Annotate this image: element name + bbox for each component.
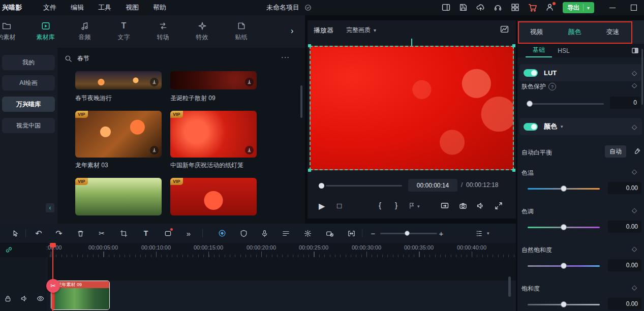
select-cursor-icon[interactable] (9, 227, 21, 239)
export-button[interactable]: 导出 ▾ (563, 2, 594, 13)
quality-dropdown[interactable]: 完整画质 ▾ (346, 25, 376, 35)
playhead-line[interactable] (52, 243, 53, 311)
snapshot-clock-icon[interactable] (323, 227, 335, 239)
slider-knob[interactable] (561, 301, 567, 307)
tint-value[interactable]: 0.00 (608, 221, 641, 233)
tab-stock-library[interactable]: 素材库 (26, 15, 65, 48)
more-options-icon[interactable]: ··· (281, 53, 290, 61)
tab-transitions[interactable]: 转场 (143, 15, 182, 48)
track-height-caret-icon[interactable]: ▾ (487, 231, 489, 236)
keyframe-diamond-icon[interactable]: ◇ (632, 81, 637, 89)
undo-icon[interactable]: ↶ (33, 227, 45, 239)
apps-grid-icon[interactable] (511, 3, 520, 12)
tab-speed[interactable]: 变速 (594, 20, 632, 44)
saturation-value[interactable]: 0.00 (608, 298, 641, 310)
color-toggle[interactable] (524, 123, 538, 131)
snapshot-camera-icon[interactable] (459, 202, 467, 210)
save-icon[interactable] (459, 3, 468, 12)
timeline-ruler[interactable]: 00:00:00 00:00:05:00 00:00:10:00 00:00:1… (47, 243, 516, 257)
account-icon[interactable] (545, 3, 555, 12)
media-scrollbar[interactable] (300, 85, 302, 118)
saturation-slider[interactable] (528, 304, 600, 305)
keyframe-icon[interactable] (216, 227, 228, 239)
menu-tools[interactable]: 工具 (91, 3, 118, 12)
track-height-icon[interactable] (473, 227, 485, 239)
shield-icon[interactable] (237, 227, 250, 239)
media-thumbnail[interactable] (75, 71, 162, 89)
properties-scrollbar[interactable] (641, 49, 643, 105)
eyedropper-icon[interactable] (633, 147, 641, 155)
keyframe-diamond-icon[interactable]: ◇ (632, 206, 637, 214)
subtab-basic[interactable]: 基础 (526, 44, 552, 57)
keyframe-diamond-icon[interactable]: ◇ (632, 123, 637, 131)
cart-icon[interactable] (528, 3, 537, 12)
lock-track-icon[interactable] (4, 295, 12, 302)
compare-view-icon[interactable] (631, 47, 639, 54)
record-mic-icon[interactable] (258, 227, 270, 239)
layout-panel-icon[interactable] (442, 3, 451, 12)
keyframe-diamond-icon[interactable]: ◇ (632, 69, 637, 77)
slider-knob[interactable] (561, 263, 567, 269)
download-icon[interactable] (245, 146, 254, 154)
zoom-knob[interactable] (405, 231, 410, 236)
media-thumbnail[interactable] (170, 71, 257, 89)
minimize-button[interactable]: — (609, 4, 616, 11)
tint-slider[interactable] (528, 227, 600, 228)
tab-my-media[interactable]: 的素材 (0, 15, 26, 48)
timeline-scrollbar[interactable] (508, 276, 511, 297)
help-icon[interactable]: ? (548, 83, 556, 90)
delete-icon[interactable] (74, 227, 86, 239)
text-tool-icon[interactable]: T (140, 227, 152, 239)
selection-handle[interactable] (512, 169, 515, 172)
tab-audio[interactable]: 音频 (65, 15, 104, 48)
selection-handle[interactable] (308, 169, 311, 172)
slider-knob[interactable] (561, 185, 567, 192)
crop-icon[interactable] (117, 227, 130, 239)
nav-my[interactable]: 我的 (2, 55, 55, 70)
menu-help[interactable]: 帮助 (146, 3, 173, 12)
nav-vcg[interactable]: 视觉中国 (2, 118, 55, 133)
fullscreen-icon[interactable] (495, 202, 503, 210)
seek-track[interactable] (326, 185, 402, 186)
volume-icon[interactable] (476, 202, 484, 210)
redo-icon[interactable]: ↷ (53, 227, 65, 239)
keyframe-diamond-icon[interactable]: ◇ (632, 284, 637, 291)
link-clips-icon[interactable] (5, 246, 13, 254)
menu-file[interactable]: 文件 (36, 3, 64, 12)
seek-knob[interactable] (319, 183, 324, 189)
tab-video[interactable]: 视频 (517, 20, 556, 44)
sequence-list-icon[interactable] (280, 227, 292, 239)
effects-burst-icon[interactable] (301, 227, 314, 239)
tab-effects[interactable]: 特效 (182, 15, 222, 48)
selection-handle[interactable] (512, 44, 515, 47)
video-preview[interactable] (310, 46, 514, 170)
slider-knob[interactable] (527, 101, 533, 107)
marker-flag-icon[interactable] (408, 202, 416, 209)
search-input[interactable] (76, 54, 221, 63)
export-caret-icon[interactable]: ▾ (587, 5, 590, 11)
slider-knob[interactable] (561, 224, 567, 230)
download-icon[interactable] (150, 146, 159, 154)
tab-stickers[interactable]: 贴纸 (222, 15, 261, 48)
expand-tabs-icon[interactable]: › (291, 26, 293, 36)
hide-track-icon[interactable] (37, 295, 44, 302)
scope-histogram-icon[interactable] (500, 25, 509, 34)
top-center-handle[interactable] (411, 39, 412, 46)
keyframe-diamond-icon[interactable]: ◇ (632, 245, 637, 253)
collapse-panel-button[interactable]: ‹ (46, 203, 54, 212)
maximize-button[interactable] (631, 5, 637, 11)
media-thumbnail[interactable]: VIP (170, 111, 257, 158)
zoom-out-icon[interactable]: − (367, 227, 379, 239)
playhead-handle[interactable] (50, 243, 56, 247)
mute-track-icon[interactable] (20, 295, 28, 302)
mark-out-button[interactable]: } (395, 201, 397, 209)
zoom-slider[interactable] (380, 233, 437, 234)
mirror-screen-icon[interactable] (441, 202, 449, 210)
awb-auto-button[interactable]: 自动 (605, 145, 626, 158)
temperature-value[interactable]: 0.00 (608, 182, 641, 194)
vibrance-slider[interactable] (528, 265, 600, 267)
subtab-hsl[interactable]: HSL (552, 44, 575, 57)
selection-handle[interactable] (308, 44, 311, 47)
video-track-lane[interactable] (47, 281, 516, 311)
menu-edit[interactable]: 编辑 (64, 3, 91, 12)
